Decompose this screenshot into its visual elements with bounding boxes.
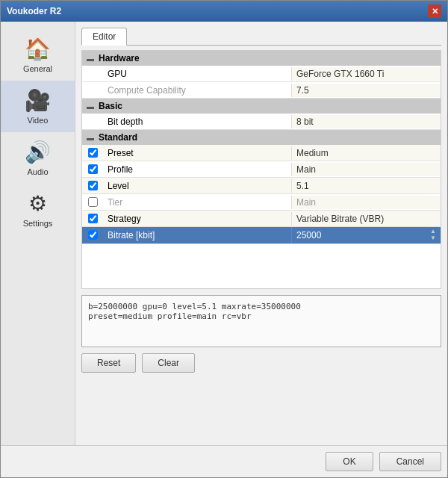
section-toggle-basic[interactable]: ▬ [87, 102, 94, 111]
section-header-hardware[interactable]: ▬ Hardware [82, 51, 441, 66]
bitrate-spinbox[interactable]: ▲ ▼ [430, 229, 436, 242]
row-preset: Preset Medium [82, 145, 441, 161]
profile-checkbox[interactable] [88, 164, 98, 174]
output-text: b=25000000 gpu=0 level=5.1 maxrate=35000… [88, 302, 301, 321]
row-bitrate[interactable]: Bitrate [kbit] 25000 ▲ ▼ [82, 227, 441, 244]
output-text-box: b=25000000 gpu=0 level=5.1 maxrate=35000… [81, 295, 441, 347]
compute-label: Compute Capability [103, 84, 291, 97]
strategy-value[interactable]: Variable Bitrate (VBR) [291, 212, 441, 226]
tier-checkbox[interactable] [88, 197, 98, 207]
window-body: 🏠 General🎥 Video🔊 Audio⚙ Settings Editor… [1, 22, 447, 445]
bitrate-label: Bitrate [kbit] [103, 229, 291, 242]
bitrate-check-cell [82, 230, 103, 240]
ok-button[interactable]: OK [326, 452, 373, 471]
strategy-check-cell [82, 214, 103, 223]
preset-check-cell [82, 148, 103, 158]
sidebar-item-video[interactable]: 🎥 Video [1, 81, 75, 132]
main-window: Voukoder R2 ✕ 🏠 General🎥 Video🔊 Audio⚙ S… [0, 0, 448, 478]
window-title: Voukoder R2 [7, 6, 61, 16]
bitrate-value[interactable]: 25000 ▲ ▼ [291, 227, 441, 243]
bitdepth-value: 8 bit [291, 115, 441, 128]
section-label-basic: Basic [99, 101, 122, 111]
audio-icon: 🔊 [25, 140, 51, 164]
footer-buttons: OK Cancel [1, 445, 447, 477]
editor-area: ▬ Hardware GPU GeForce GTX 1660 Ti Compu… [81, 50, 441, 439]
section-label-hardware: Hardware [99, 53, 140, 63]
profile-check-cell [82, 164, 103, 174]
level-label: Level [103, 179, 291, 193]
general-icon: 🏠 [25, 37, 51, 61]
strategy-checkbox[interactable] [88, 214, 98, 223]
close-button[interactable]: ✕ [428, 4, 441, 18]
title-bar: Voukoder R2 ✕ [1, 1, 447, 22]
video-icon: 🎥 [25, 88, 51, 113]
row-bitdepth: Bit depth 8 bit [82, 114, 441, 130]
preset-checkbox[interactable] [88, 148, 98, 158]
settings-icon: ⚙ [28, 191, 47, 216]
spin-down-icon[interactable]: ▼ [430, 235, 436, 242]
sidebar-item-audio[interactable]: 🔊 Audio [1, 132, 75, 184]
strategy-label: Strategy [103, 212, 291, 226]
section-header-standard[interactable]: ▬ Standard [82, 130, 441, 145]
row-profile: Profile Main [82, 161, 441, 178]
bitrate-checkbox[interactable] [88, 230, 98, 240]
tier-label: Tier [103, 196, 291, 209]
tab-editor[interactable]: Editor [81, 28, 127, 46]
properties-table[interactable]: ▬ Hardware GPU GeForce GTX 1660 Ti Compu… [81, 50, 441, 289]
gpu-value: GeForce GTX 1660 Ti [291, 67, 441, 81]
level-value[interactable]: 5.1 [291, 179, 441, 193]
preset-value[interactable]: Medium [291, 146, 441, 160]
row-strategy: Strategy Variable Bitrate (VBR) [82, 211, 441, 227]
compute-value: 7.5 [291, 84, 441, 97]
gpu-label: GPU [103, 67, 291, 81]
sidebar-item-settings[interactable]: ⚙ Settings [1, 184, 75, 235]
sidebar-label-settings: Settings [23, 219, 53, 228]
main-content: Editor ▬ Hardware GPU GeForce GTX 1660 T… [75, 22, 447, 445]
preset-label: Preset [103, 146, 291, 160]
level-check-cell [82, 181, 103, 190]
tab-bar: Editor [81, 28, 441, 46]
sidebar-label-general: General [23, 64, 52, 73]
tier-value[interactable]: Main [291, 196, 441, 209]
profile-label: Profile [103, 163, 291, 176]
row-compute: Compute Capability 7.5 [82, 82, 441, 99]
sidebar-label-video: Video [28, 116, 49, 125]
clear-button[interactable]: Clear [142, 353, 195, 373]
section-toggle-standard[interactable]: ▬ [87, 134, 94, 142]
level-checkbox[interactable] [88, 181, 98, 190]
section-label-standard: Standard [99, 132, 137, 143]
sidebar-item-general[interactable]: 🏠 General [1, 29, 75, 81]
section-toggle-hardware[interactable]: ▬ [87, 55, 94, 63]
bitdepth-label: Bit depth [103, 115, 291, 128]
row-level: Level 5.1 [82, 178, 441, 194]
sidebar: 🏠 General🎥 Video🔊 Audio⚙ Settings [1, 22, 75, 445]
cancel-button[interactable]: Cancel [379, 452, 441, 471]
sidebar-label-audio: Audio [27, 167, 48, 176]
action-buttons: Reset Clear [81, 353, 441, 373]
row-tier: Tier Main [82, 194, 441, 211]
tier-check-cell [82, 197, 103, 207]
row-gpu: GPU GeForce GTX 1660 Ti [82, 66, 441, 82]
profile-value[interactable]: Main [291, 163, 441, 176]
section-header-basic[interactable]: ▬ Basic [82, 99, 441, 114]
bitrate-value-text: 25000 [296, 230, 429, 240]
reset-button[interactable]: Reset [81, 353, 136, 373]
